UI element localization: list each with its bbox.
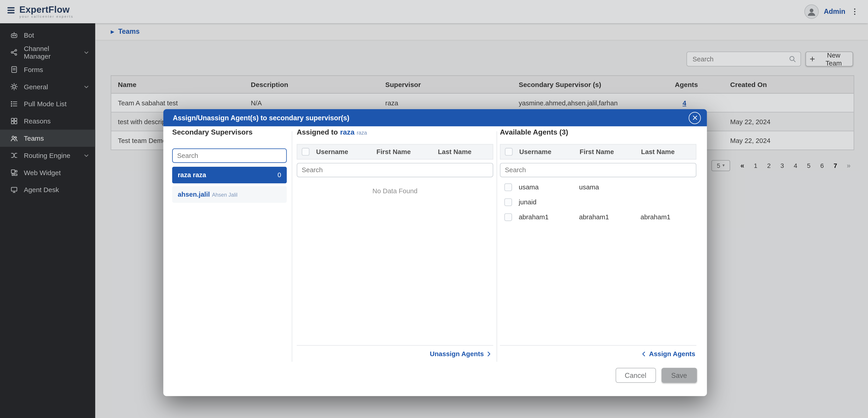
col-first-name: First Name <box>577 148 639 156</box>
available-column: Available Agents (3) Username First Name… <box>500 128 696 362</box>
agent-username: junaid <box>517 198 577 206</box>
assigned-search-input[interactable] <box>297 163 493 177</box>
assigned-supervisor-sub: raza <box>357 129 367 136</box>
available-table-header: Username First Name Last Name <box>500 144 696 159</box>
checkbox-icon <box>504 198 512 206</box>
col-username: Username <box>517 148 578 156</box>
checkbox-icon <box>504 213 512 221</box>
assign-agents-label: Assign Agents <box>649 350 695 358</box>
available-search-input[interactable] <box>500 163 696 177</box>
assigned-prefix: Assigned to <box>297 128 338 137</box>
assign-agents-button[interactable]: Assign Agents <box>500 345 696 362</box>
agent-first-name: abraham1 <box>577 213 638 221</box>
agent-checkbox[interactable] <box>500 183 517 191</box>
no-data-message: No Data Found <box>297 187 493 195</box>
cancel-button[interactable]: Cancel <box>615 368 656 383</box>
supervisor-item-raza[interactable]: raza raza 0 <box>172 167 287 183</box>
agent-checkbox[interactable] <box>500 213 517 221</box>
checkbox-icon <box>504 183 512 191</box>
agent-row-abraham1: abraham1 abraham1 abraham1 <box>500 209 696 224</box>
agent-first-name: usama <box>577 183 638 191</box>
supervisors-heading: Secondary Supervisors <box>172 128 287 140</box>
modal-header: Assign/Unassign Agent(s) to secondary su… <box>163 109 707 126</box>
modal-footer: Cancel Save <box>615 368 697 383</box>
chevron-right-icon <box>486 351 492 357</box>
agent-row-junaid: junaid <box>500 195 696 209</box>
agent-row-usama: usama usama <box>500 179 696 195</box>
agent-checkbox[interactable] <box>500 198 517 206</box>
app-root: ExpertFlow your callcenter experts Admin… <box>0 0 868 418</box>
unassign-agents-button[interactable]: Unassign Agents <box>297 345 493 362</box>
select-all-checkbox[interactable] <box>297 148 314 156</box>
chevron-left-icon <box>641 351 647 357</box>
assigned-heading: Assigned to raza raza <box>297 128 493 140</box>
col-first-name: First Name <box>374 148 436 156</box>
agent-last-name: abraham1 <box>638 213 696 221</box>
supervisor-count-badge: 0 <box>278 171 281 179</box>
col-username: Username <box>314 148 374 156</box>
assigned-supervisor-name: raza <box>340 128 354 137</box>
assigned-column: Assigned to raza raza Username First Nam… <box>297 128 493 362</box>
supervisor-fullname: Ahsen Jalil <box>212 192 238 198</box>
close-icon <box>692 115 698 121</box>
supervisors-column: Secondary Supervisors raza raza 0 ahsen.… <box>172 128 287 362</box>
supervisor-name: ahsen.jalil <box>178 190 210 198</box>
supervisor-name: raza raza <box>178 171 206 179</box>
agent-username: usama <box>517 183 577 191</box>
column-divider <box>292 131 292 362</box>
col-last-name: Last Name <box>639 148 696 156</box>
checkbox-icon <box>505 148 513 156</box>
supervisor-item-ahsen-jalil[interactable]: ahsen.jalil Ahsen Jalil <box>172 186 287 203</box>
save-button[interactable]: Save <box>661 368 697 383</box>
modal-title: Assign/Unassign Agent(s) to secondary su… <box>173 114 689 121</box>
assigned-table-header: Username First Name Last Name <box>297 144 493 159</box>
close-button[interactable] <box>689 112 701 124</box>
unassign-agents-label: Unassign Agents <box>430 350 484 358</box>
column-divider <box>496 131 497 362</box>
agent-username: abraham1 <box>517 213 577 221</box>
col-last-name: Last Name <box>436 148 493 156</box>
assign-unassign-modal: Assign/Unassign Agent(s) to secondary su… <box>163 109 707 396</box>
available-agents-list: usama usama junaid abraham1 abraham1 abr… <box>500 179 696 224</box>
available-heading: Available Agents (3) <box>500 128 696 140</box>
select-all-checkbox[interactable] <box>500 148 517 156</box>
checkbox-icon <box>302 148 309 156</box>
supervisors-search-input[interactable] <box>172 148 287 163</box>
